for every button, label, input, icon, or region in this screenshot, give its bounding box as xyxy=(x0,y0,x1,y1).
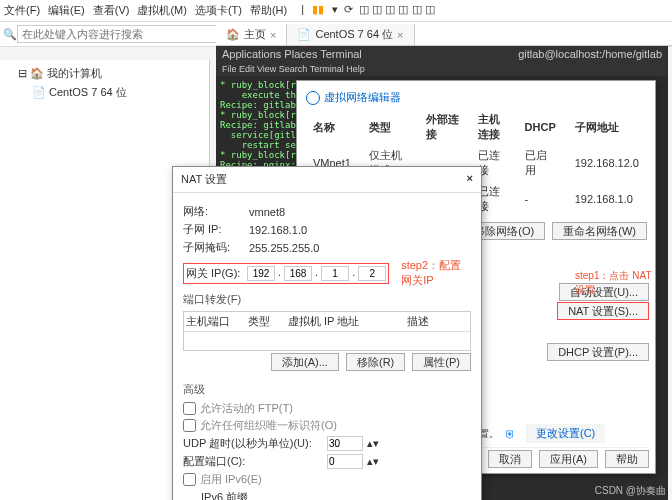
pf-add-button[interactable]: 添加(A)... xyxy=(271,353,339,371)
change-settings-button[interactable]: 更改设置(C) xyxy=(526,424,605,443)
step1-annotation: step1：点击 NAT设置 xyxy=(575,269,659,297)
menu-file[interactable]: 文件(F) xyxy=(4,3,40,18)
stepper-icon[interactable]: ▴▾ xyxy=(367,455,379,468)
apply-button[interactable]: 应用(A) xyxy=(539,450,598,468)
subnet-mask: 255.255.255.0 xyxy=(249,242,319,254)
close-icon[interactable]: × xyxy=(397,29,403,41)
main-menubar: 文件(F) 编辑(E) 查看(V) 虚拟机(M) 选项卡(T) 帮助(H) | … xyxy=(0,0,672,22)
gw-oct1[interactable] xyxy=(247,266,275,281)
watermark: CSDN @协奏曲 xyxy=(595,484,666,498)
dhcp-settings-button[interactable]: DHCP 设置(P)... xyxy=(547,343,649,361)
step2-annotation: step2：配置网关IP xyxy=(401,258,471,288)
ipv6-checkbox[interactable] xyxy=(183,473,196,486)
menu-view[interactable]: 查看(V) xyxy=(93,3,130,18)
close-icon[interactable]: × xyxy=(270,29,276,41)
subnet-ip: 192.168.1.0 xyxy=(249,224,307,236)
gw-oct3[interactable] xyxy=(321,266,349,281)
gateway-ip-group: 网关 IP(G): . . . xyxy=(183,263,389,284)
nat-settings-dialog: NAT 设置 × 网络:vmnet8 子网 IP:192.168.1.0 子网掩… xyxy=(172,166,482,500)
nat-settings-button[interactable]: NAT 设置(S)... xyxy=(557,302,649,320)
vm-tabs: 🏠主页× 📄CentOS 7 64 位× xyxy=(216,24,672,46)
anyorg-checkbox[interactable] xyxy=(183,419,196,432)
ftp-checkbox[interactable] xyxy=(183,402,196,415)
tab-home[interactable]: 🏠主页× xyxy=(216,24,287,45)
help-button[interactable]: 帮助 xyxy=(605,450,649,468)
toolbar-icons[interactable]: ▾ ⟳ ◫ ◫ ◫ ◫ ◫ ◫ xyxy=(332,3,435,18)
rename-network-button[interactable]: 重命名网络(W) xyxy=(552,222,647,240)
tree-vm[interactable]: 📄 CentOS 7 64 位 xyxy=(4,83,205,102)
menu-edit[interactable]: 编辑(E) xyxy=(48,3,85,18)
search-icon: 🔍 xyxy=(3,28,17,41)
gw-oct2[interactable] xyxy=(284,266,312,281)
menu-help[interactable]: 帮助(H) xyxy=(250,3,287,18)
globe-icon xyxy=(306,91,320,105)
menu-vm[interactable]: 虚拟机(M) xyxy=(137,3,187,18)
dialog-title: NAT 设置 xyxy=(181,172,227,187)
close-icon[interactable]: × xyxy=(467,172,473,187)
stepper-icon[interactable]: ▴▾ xyxy=(367,437,379,450)
menu-tabs[interactable]: 选项卡(T) xyxy=(195,3,242,18)
pf-remove-button[interactable]: 移除(R) xyxy=(346,353,405,371)
tab-centos[interactable]: 📄CentOS 7 64 位× xyxy=(287,24,414,45)
vnet-title: 虚拟网络编辑器 xyxy=(303,87,649,108)
port-forward-table[interactable]: 主机端口类型虚拟机 IP 地址描述 xyxy=(183,311,471,351)
config-port-input[interactable] xyxy=(327,454,363,469)
udp-timeout-input[interactable] xyxy=(327,436,363,451)
pause-icon[interactable]: ▮▮ xyxy=(312,3,324,18)
gw-oct4[interactable] xyxy=(358,266,386,281)
cancel-button[interactable]: 取消 xyxy=(488,450,532,468)
pf-prop-button[interactable]: 属性(P) xyxy=(412,353,471,371)
network-value: vmnet8 xyxy=(249,206,285,218)
tree-root[interactable]: ⊟ 🏠 我的计算机 xyxy=(4,64,205,83)
